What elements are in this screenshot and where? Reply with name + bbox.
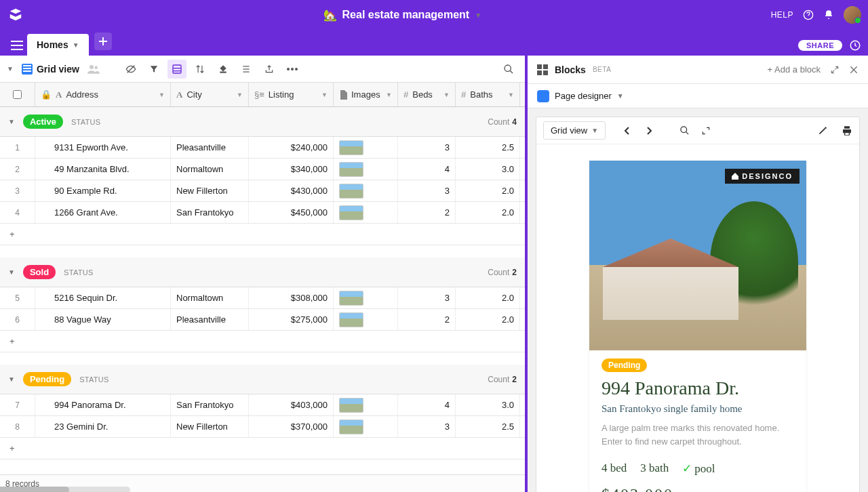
image-thumbnail[interactable]: [339, 205, 363, 220]
scrollbar-thumb[interactable]: [0, 487, 69, 492]
cell-images[interactable]: [334, 137, 398, 158]
cell-baths[interactable]: 2.5: [456, 416, 520, 437]
collaborators-icon[interactable]: [87, 64, 100, 74]
hide-fields-icon[interactable]: [121, 60, 140, 79]
table-row[interactable]: 7 994 Panorama Dr. San Frantokyo $403,00…: [0, 394, 525, 416]
cell-city[interactable]: San Frantokyo: [171, 202, 249, 223]
cell-baths[interactable]: 2.5: [456, 137, 520, 158]
cell-baths[interactable]: 2.0: [456, 180, 520, 201]
column-baths[interactable]: # Baths ▼: [456, 83, 520, 106]
group-header[interactable]: ▼ Active STATUS Count4: [0, 107, 525, 137]
add-record-button[interactable]: +: [0, 224, 525, 245]
table-row[interactable]: 8 23 Gemini Dr. New Fillerton $370,000 3…: [0, 416, 525, 438]
cell-beds[interactable]: 2: [398, 202, 456, 223]
group-icon[interactable]: [167, 60, 186, 79]
horizontal-scrollbar[interactable]: [0, 487, 130, 492]
row-number[interactable]: 8: [0, 416, 35, 437]
cell-images[interactable]: [334, 159, 398, 180]
canvas-view-select[interactable]: Grid view ▼: [543, 121, 606, 140]
row-number[interactable]: 1: [0, 137, 35, 158]
image-thumbnail[interactable]: [339, 140, 363, 155]
row-number[interactable]: 4: [0, 202, 35, 223]
view-switcher[interactable]: Grid view: [18, 61, 83, 77]
image-thumbnail[interactable]: [339, 162, 363, 177]
column-listing[interactable]: §≡ Listing ▼: [249, 83, 334, 106]
add-record-button[interactable]: +: [0, 438, 525, 459]
cell-baths[interactable]: 2.0: [456, 309, 520, 330]
image-thumbnail[interactable]: [339, 312, 363, 327]
table-row[interactable]: 2 49 Manzanita Blvd. Normaltown $340,000…: [0, 159, 525, 180]
cell-beds[interactable]: 3: [398, 416, 456, 437]
group-header[interactable]: ▼ Pending STATUS Count2: [0, 365, 525, 394]
base-title[interactable]: 🏡 Real estate management ▼: [34, 9, 771, 22]
cell-images[interactable]: [334, 202, 398, 223]
search-icon[interactable]: [499, 60, 518, 79]
row-number[interactable]: 2: [0, 159, 35, 180]
share-view-icon[interactable]: [260, 60, 279, 79]
filter-icon[interactable]: [144, 60, 163, 79]
row-height-icon[interactable]: [237, 60, 256, 79]
cell-city[interactable]: Normaltown: [171, 287, 249, 308]
column-address[interactable]: 🔒 A Address ▼: [35, 83, 171, 106]
cell-address[interactable]: 90 Example Rd.: [35, 180, 171, 201]
tab-homes[interactable]: Homes ▼: [27, 34, 89, 56]
cell-images[interactable]: [334, 287, 398, 308]
table-row[interactable]: 3 90 Example Rd. New Fillerton $430,000 …: [0, 180, 525, 202]
cell-beds[interactable]: 3: [398, 180, 456, 201]
column-city[interactable]: A City ▼: [171, 83, 249, 106]
cell-beds[interactable]: 4: [398, 159, 456, 180]
cell-city[interactable]: Normaltown: [171, 159, 249, 180]
app-logo[interactable]: [7, 6, 24, 24]
cell-listing[interactable]: $275,000: [249, 309, 334, 330]
next-record-icon[interactable]: [639, 121, 658, 140]
group-header[interactable]: ▼ Sold STATUS Count2: [0, 258, 525, 287]
cell-images[interactable]: [334, 416, 398, 437]
fullscreen-icon[interactable]: [696, 121, 715, 140]
cell-address[interactable]: 994 Panorama Dr.: [35, 394, 171, 415]
cell-address[interactable]: 23 Gemini Dr.: [35, 416, 171, 437]
table-row[interactable]: 4 1266 Grant Ave. San Frantokyo $450,000…: [0, 202, 525, 224]
cell-city[interactable]: Pleasantville: [171, 137, 249, 158]
chevron-down-icon[interactable]: ▼: [617, 92, 624, 100]
column-images[interactable]: Images ▼: [334, 83, 398, 106]
checkbox-column[interactable]: [0, 83, 35, 106]
cell-listing[interactable]: $430,000: [249, 180, 334, 201]
cell-address[interactable]: 5216 Sequin Dr.: [35, 287, 171, 308]
sort-icon[interactable]: [191, 60, 210, 79]
help-icon[interactable]: [803, 9, 814, 20]
table-row[interactable]: 6 88 Vague Way Pleasantville $275,000 2 …: [0, 309, 525, 331]
view-menu-icon[interactable]: ▼: [7, 65, 14, 73]
cell-beds[interactable]: 4: [398, 394, 456, 415]
chevron-down-icon[interactable]: ▼: [159, 91, 165, 98]
history-icon[interactable]: [849, 39, 861, 52]
collapse-icon[interactable]: ▼: [8, 375, 15, 383]
close-icon[interactable]: [849, 65, 859, 75]
cell-baths[interactable]: 2.0: [456, 202, 520, 223]
share-button[interactable]: SHARE: [798, 40, 842, 51]
cell-address[interactable]: 49 Manzanita Blvd.: [35, 159, 171, 180]
help-link[interactable]: HELP: [771, 10, 793, 20]
cell-listing[interactable]: $370,000: [249, 416, 334, 437]
image-thumbnail[interactable]: [339, 419, 363, 434]
edit-icon[interactable]: [818, 125, 828, 136]
chevron-down-icon[interactable]: ▼: [508, 91, 514, 98]
cell-images[interactable]: [334, 309, 398, 330]
chevron-down-icon[interactable]: ▼: [386, 91, 392, 98]
cell-baths[interactable]: 3.0: [456, 159, 520, 180]
image-thumbnail[interactable]: [339, 184, 363, 199]
collapse-icon[interactable]: ▼: [8, 268, 15, 276]
chevron-down-icon[interactable]: ▼: [237, 91, 243, 98]
expand-icon[interactable]: [830, 65, 840, 75]
color-icon[interactable]: [214, 60, 233, 79]
cell-city[interactable]: New Fillerton: [171, 180, 249, 201]
cell-city[interactable]: San Frantokyo: [171, 394, 249, 415]
more-icon[interactable]: [283, 60, 302, 79]
chevron-down-icon[interactable]: ▼: [321, 91, 328, 98]
table-row[interactable]: 1 9131 Epworth Ave. Pleasantville $240,0…: [0, 137, 525, 159]
bell-icon[interactable]: [823, 9, 834, 20]
prev-record-icon[interactable]: [618, 121, 637, 140]
add-table-button[interactable]: [94, 33, 112, 50]
cell-beds[interactable]: 2: [398, 309, 456, 330]
cell-images[interactable]: [334, 180, 398, 201]
chevron-down-icon[interactable]: ▼: [73, 41, 79, 49]
